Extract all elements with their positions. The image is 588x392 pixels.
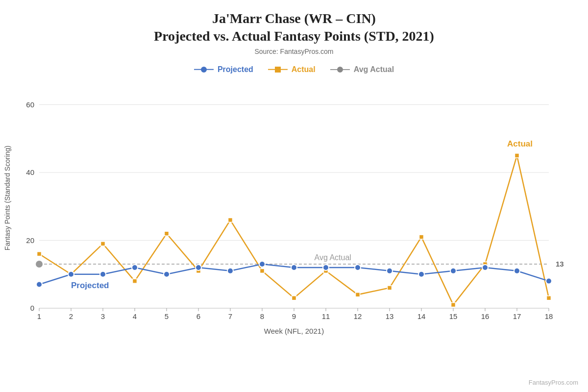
svg-point-82: [546, 278, 552, 284]
svg-point-67: [68, 271, 74, 277]
chart-container: Ja'Marr Chase (WR – CIN) Projected vs. A…: [0, 0, 588, 392]
svg-rect-59: [356, 293, 360, 297]
svg-text:Fantasy Points (Standard Scori: Fantasy Points (Standard Scoring): [3, 146, 11, 250]
svg-text:40: 40: [26, 168, 34, 176]
svg-point-78: [418, 271, 424, 277]
svg-rect-51: [101, 242, 105, 246]
svg-text:11: 11: [322, 312, 330, 320]
legend: Projected Actual Avg Actual: [194, 65, 394, 74]
svg-rect-65: [547, 296, 551, 300]
projected-line-icon: [194, 66, 214, 73]
title-area: Ja'Marr Chase (WR – CIN) Projected vs. A…: [154, 10, 434, 55]
svg-point-77: [387, 268, 392, 274]
avg-dot-icon: [337, 67, 343, 73]
legend-avg-actual: Avg Actual: [330, 65, 394, 74]
svg-text:Avg Actual: Avg Actual: [315, 253, 351, 262]
svg-point-73: [259, 261, 265, 267]
svg-rect-64: [515, 153, 519, 158]
svg-point-48: [35, 260, 43, 268]
svg-text:5: 5: [165, 312, 169, 320]
main-chart-svg: 02040601234567891112131415161718Fantasy …: [0, 78, 588, 338]
avg-actual-label: Avg Actual: [354, 65, 394, 74]
svg-text:2: 2: [69, 312, 73, 320]
legend-projected: Projected: [194, 65, 253, 74]
svg-point-75: [323, 265, 329, 270]
svg-rect-60: [388, 286, 392, 290]
projected-dot-icon: [201, 67, 207, 73]
svg-text:18: 18: [545, 312, 553, 320]
svg-text:6: 6: [196, 312, 200, 320]
svg-text:3: 3: [101, 312, 105, 320]
svg-rect-49: [37, 252, 42, 256]
actual-square-icon: [275, 67, 281, 73]
actual-line-icon: [268, 66, 288, 73]
svg-text:12: 12: [354, 312, 362, 320]
svg-point-72: [227, 268, 233, 274]
svg-text:20: 20: [26, 236, 34, 244]
svg-rect-55: [228, 218, 233, 222]
title-line1: Ja'Marr Chase (WR – CIN): [212, 11, 376, 26]
source-text: Source: FantasyPros.com: [154, 48, 434, 55]
svg-point-79: [450, 268, 456, 274]
svg-text:0: 0: [30, 304, 34, 312]
svg-text:8: 8: [260, 312, 264, 320]
avg-line-icon: [330, 66, 350, 73]
svg-text:16: 16: [481, 312, 490, 320]
svg-point-68: [100, 271, 106, 277]
svg-point-70: [164, 271, 170, 277]
actual-label: Actual: [292, 65, 316, 74]
svg-text:7: 7: [228, 312, 232, 320]
svg-point-80: [482, 265, 488, 270]
svg-point-66: [36, 281, 42, 287]
svg-rect-52: [133, 279, 137, 283]
svg-text:13: 13: [386, 312, 394, 320]
legend-actual: Actual: [268, 65, 316, 74]
title-line2: Projected vs. Actual Fantasy Points (STD…: [154, 28, 434, 44]
svg-text:14: 14: [417, 312, 426, 320]
svg-text:13: 13: [556, 260, 564, 268]
svg-area: 02040601234567891112131415161718Fantasy …: [0, 78, 588, 392]
svg-point-81: [514, 268, 520, 274]
svg-point-71: [196, 265, 201, 270]
svg-text:60: 60: [26, 100, 34, 108]
svg-rect-57: [292, 296, 296, 300]
svg-text:9: 9: [292, 312, 296, 320]
svg-text:17: 17: [513, 312, 521, 320]
svg-rect-62: [451, 302, 456, 307]
svg-point-76: [355, 265, 361, 270]
svg-rect-61: [419, 235, 424, 239]
svg-text:15: 15: [449, 312, 458, 320]
svg-text:Projected: Projected: [71, 281, 109, 290]
projected-label: Projected: [218, 65, 253, 74]
svg-point-74: [291, 265, 297, 270]
svg-rect-53: [165, 231, 169, 236]
main-title: Ja'Marr Chase (WR – CIN) Projected vs. A…: [154, 10, 434, 46]
svg-rect-56: [260, 269, 265, 273]
svg-text:1: 1: [37, 312, 41, 320]
svg-text:4: 4: [133, 312, 137, 320]
watermark: FantasyPros.com: [529, 379, 578, 386]
svg-text:Actual: Actual: [507, 139, 533, 148]
svg-point-69: [132, 265, 138, 270]
svg-text:Week (NFL, 2021): Week (NFL, 2021): [264, 327, 324, 335]
